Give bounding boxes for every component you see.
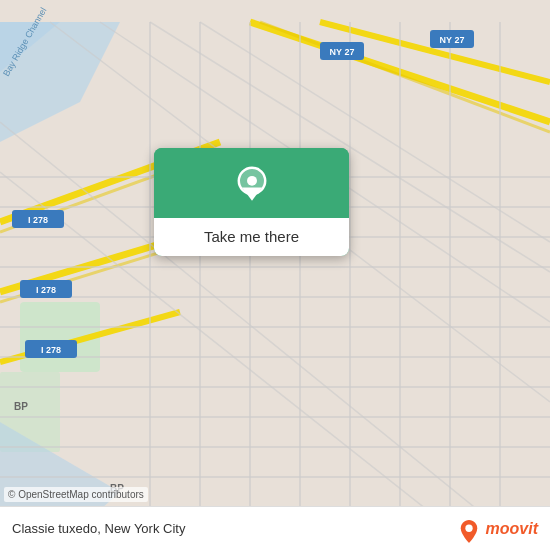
location-pin-icon: [233, 166, 271, 204]
svg-text:NY 27: NY 27: [440, 35, 465, 45]
popup-icon-area: [154, 148, 349, 218]
moovit-pin-icon: [458, 518, 480, 544]
svg-text:BP: BP: [14, 401, 28, 412]
popup-button-label: Take me there: [204, 228, 299, 245]
svg-point-53: [247, 176, 257, 186]
bottom-bar: Classie tuxedo, New York City moovit: [0, 506, 550, 550]
map-svg: I 278 I 278 I 278 NY 27 NY 27 BP BP Bay …: [0, 0, 550, 550]
map-attribution: © OpenStreetMap contributors: [4, 487, 148, 502]
map-container: I 278 I 278 I 278 NY 27 NY 27 BP BP Bay …: [0, 0, 550, 550]
svg-text:I 278: I 278: [41, 345, 61, 355]
svg-marker-54: [242, 187, 262, 200]
svg-point-55: [465, 524, 472, 531]
svg-text:I 278: I 278: [28, 215, 48, 225]
moovit-logo: moovit: [458, 518, 538, 540]
svg-text:NY 27: NY 27: [330, 47, 355, 57]
moovit-wordmark: moovit: [486, 520, 538, 538]
location-label: Classie tuxedo, New York City: [12, 521, 185, 536]
svg-text:I 278: I 278: [36, 285, 56, 295]
take-me-there-button[interactable]: Take me there: [154, 218, 349, 256]
popup-card: Take me there: [154, 148, 349, 256]
svg-line-11: [260, 22, 550, 132]
